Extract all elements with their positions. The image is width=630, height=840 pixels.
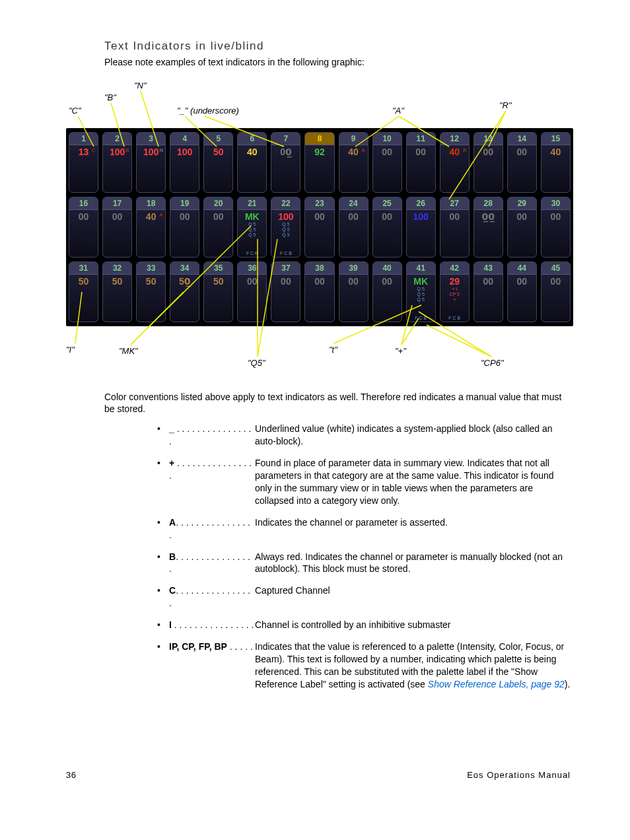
channel-cell: 3450̲ xyxy=(170,262,199,322)
definition-term: C xyxy=(169,585,176,596)
callout-i: "I" xyxy=(66,345,75,355)
channel-number: 11 xyxy=(407,133,435,145)
channel-value: 00 xyxy=(213,211,224,222)
channel-number: 5 xyxy=(204,133,232,145)
callout-a: "A" xyxy=(392,106,404,116)
channel-number: 7 xyxy=(271,133,300,145)
channel-number: 9 xyxy=(339,133,368,145)
channel-number: 17 xyxy=(103,197,131,210)
channel-value: 00 xyxy=(551,276,561,287)
definition-item: •C. . . . . . . . . . . . . . . .Capture… xyxy=(157,584,571,610)
channel-number: 44 xyxy=(508,262,536,275)
channel-value: 50 xyxy=(112,276,123,287)
channel-number: 16 xyxy=(69,197,98,210)
channel-cell: 280̲0̲ xyxy=(473,197,503,258)
channel-number: 29 xyxy=(508,197,536,210)
channel-cell: 700̲ xyxy=(271,132,300,193)
channel-number: 6 xyxy=(238,133,266,145)
definition-item: •B. . . . . . . . . . . . . . . .Always … xyxy=(157,551,571,576)
page-number: 36 xyxy=(66,770,76,780)
channel-cell: 4100 xyxy=(170,132,199,193)
channel-cell: 21MKQ 5Q 5Q 5F C B xyxy=(237,197,267,258)
channel-subtext: Q 5Q 5Q 5 xyxy=(417,287,425,302)
channel-cell: 3900 xyxy=(339,262,368,322)
bullet: • xyxy=(157,516,169,542)
definition-list: •_ . . . . . . . . . . . . . . . .Underl… xyxy=(157,423,571,690)
channel-cell: 2100B xyxy=(102,132,132,193)
channel-number: 36 xyxy=(238,262,266,275)
channel-value: 00̲ xyxy=(280,147,292,157)
channel-value: 00 xyxy=(517,147,528,157)
channel-value: 00 xyxy=(112,211,123,222)
channel-cell: 1000 xyxy=(372,132,402,193)
channel-cell: 940A xyxy=(339,132,368,193)
channel-cell: 4300 xyxy=(473,262,503,322)
channel-number: 34 xyxy=(170,262,199,275)
channel-value: 29 xyxy=(449,276,460,287)
channel-cell: 3800 xyxy=(304,262,334,322)
channel-number: 45 xyxy=(542,262,570,275)
channel-value: 00 xyxy=(180,211,190,222)
channel-number: 35 xyxy=(204,262,232,275)
channel-cell: 113C xyxy=(69,132,98,193)
channel-value: 0̲0̲ xyxy=(482,211,495,222)
channel-cell: 41MKQ 5Q 5Q 5F C B xyxy=(406,262,436,322)
channel-cell: 3250 xyxy=(102,262,132,322)
channel-number: 10 xyxy=(373,133,402,145)
channel-badge: N xyxy=(159,147,163,153)
channel-cell: 2500 xyxy=(372,197,402,258)
channel-value: 00 xyxy=(415,147,426,157)
footer-title: Eos Operations Manual xyxy=(467,770,571,780)
channel-number: 4 xyxy=(170,133,199,145)
definition-desc: Channel is controlled by an inhibitive s… xyxy=(255,619,571,631)
channel-badge: C xyxy=(92,147,96,153)
channel-number: 39 xyxy=(339,262,368,275)
channel-cell: 3700 xyxy=(271,262,300,322)
figure: "C" "B" "N" "_" (underscore) "A" "R" "I"… xyxy=(66,81,571,371)
channel-value: 00 xyxy=(382,211,392,222)
definition-item: •+ . . . . . . . . . . . . . . . .Found … xyxy=(157,457,571,507)
callout-underscore: "_" (underscore) xyxy=(177,106,239,116)
channel-badge: A xyxy=(463,147,466,153)
callout-b: "B" xyxy=(104,92,116,102)
channel-number: 13 xyxy=(474,133,503,145)
channel-value: 00 xyxy=(517,211,528,222)
channel-value: 00 xyxy=(247,276,258,287)
channel-value: 100 xyxy=(413,211,428,222)
reference-link[interactable]: Show Reference Labels, page 92 xyxy=(428,679,565,689)
callout-r: "R" xyxy=(499,100,512,110)
channel-value: 50 xyxy=(213,147,224,157)
channel-cell: 4500 xyxy=(541,262,571,322)
channel-grid: 113C2100B3100N4100550640700̲892940A10001… xyxy=(66,128,573,326)
channel-value: 00 xyxy=(483,276,493,287)
definition-item: •A. . . . . . . . . . . . . . . .Indicat… xyxy=(157,516,571,542)
bullet: • xyxy=(157,641,169,691)
channel-cell: 2900 xyxy=(507,197,537,258)
channel-cell: 22100Q 5Q 5Q 5F C B xyxy=(271,197,300,258)
channel-cell: 26100 xyxy=(406,197,436,258)
channel-value: 40 xyxy=(551,147,561,157)
channel-number: 8 xyxy=(305,133,333,145)
channel-value: 00 xyxy=(551,211,561,222)
channel-cell: 4400 xyxy=(507,262,537,322)
channel-number: 40 xyxy=(373,262,402,275)
callout-q5: "Q5" xyxy=(248,358,265,368)
channel-number: 33 xyxy=(137,262,165,275)
channel-value: 00 xyxy=(382,147,392,157)
callout-mk: "MK" xyxy=(119,346,138,356)
channel-subtext: + tCP 5+ xyxy=(450,287,460,302)
channel-number: 1 xyxy=(69,133,98,145)
channel-cell: 1400 xyxy=(507,132,537,193)
channel-value: 50 xyxy=(79,276,89,287)
channel-number: 41 xyxy=(407,262,435,275)
section-heading: Text Indicators in live/blind xyxy=(104,40,571,53)
channel-cell: 3350 xyxy=(136,262,166,322)
channel-subtext: Q 5Q 5Q 5 xyxy=(248,222,256,238)
channel-value: 92 xyxy=(314,147,325,157)
bullet: • xyxy=(157,619,169,631)
channel-number: 28 xyxy=(474,197,503,210)
channel-badge: A xyxy=(159,212,162,218)
svg-line-18 xyxy=(427,325,491,357)
channel-value: 00 xyxy=(348,211,359,222)
channel-number: 19 xyxy=(170,197,199,210)
